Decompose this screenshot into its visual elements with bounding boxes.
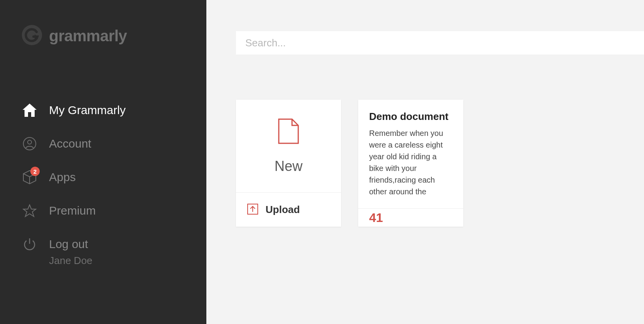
sidebar-item-my-grammarly[interactable]: My Grammarly xyxy=(22,93,206,127)
cube-icon: 2 xyxy=(22,170,37,185)
home-icon xyxy=(22,104,37,117)
document-card: Demo document Remember when you were a c… xyxy=(358,100,463,227)
new-file-icon xyxy=(277,118,300,146)
sidebar-item-label: Log out xyxy=(49,238,88,251)
open-document-button[interactable]: Demo document Remember when you were a c… xyxy=(358,100,463,208)
sidebar-item-label: Apps xyxy=(49,171,76,184)
search-bar xyxy=(236,31,644,55)
search-input[interactable] xyxy=(245,37,635,49)
sidebar-item-account[interactable]: Account xyxy=(22,127,206,160)
upload-icon xyxy=(247,203,259,217)
user-icon xyxy=(22,137,37,150)
new-document-button[interactable]: New xyxy=(236,100,341,192)
brand-logo: grammarly xyxy=(22,25,206,47)
star-icon xyxy=(22,204,37,217)
sidebar-item-label: My Grammarly xyxy=(49,104,126,117)
issue-count: 41 xyxy=(369,211,383,225)
sidebar-nav: My Grammarly Account 2 Apps xyxy=(22,93,206,267)
power-icon xyxy=(22,238,37,251)
grammarly-logo-icon xyxy=(22,25,42,47)
sidebar: grammarly My Grammarly Account xyxy=(0,0,206,324)
document-preview: Remember when you were a careless eight … xyxy=(369,127,452,197)
upload-label: Upload xyxy=(266,204,300,216)
document-footer: 41 xyxy=(358,208,463,227)
new-document-card: New Upload xyxy=(236,100,341,227)
sidebar-item-premium[interactable]: Premium xyxy=(22,194,206,227)
svg-point-2 xyxy=(28,140,32,144)
main-content: New Upload Demo document Remember when y… xyxy=(206,0,644,324)
new-label: New xyxy=(274,158,303,174)
user-name: Jane Doe xyxy=(49,255,206,267)
document-title: Demo document xyxy=(369,111,452,123)
sidebar-item-apps[interactable]: 2 Apps xyxy=(22,160,206,194)
upload-button[interactable]: Upload xyxy=(236,192,341,227)
document-grid: New Upload Demo document Remember when y… xyxy=(236,100,644,227)
brand-name: grammarly xyxy=(49,27,127,45)
notification-badge: 2 xyxy=(30,167,40,176)
sidebar-item-label: Account xyxy=(49,137,91,150)
sidebar-item-label: Premium xyxy=(49,204,96,217)
